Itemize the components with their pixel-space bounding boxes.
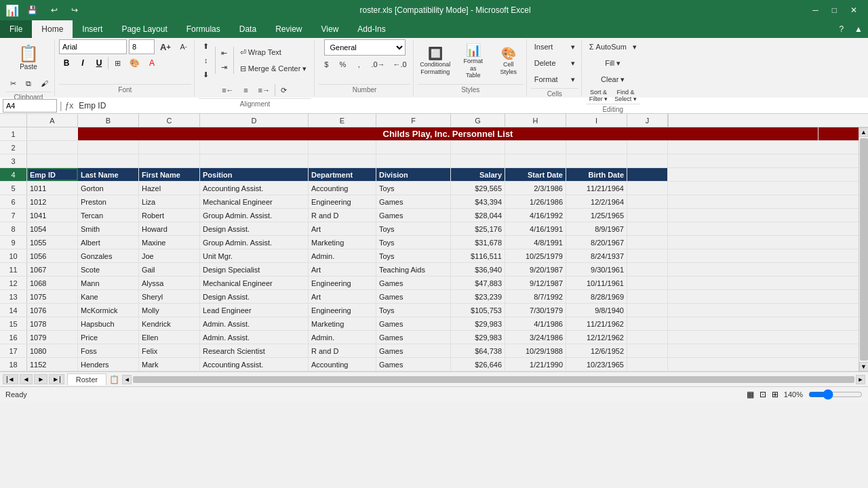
cell-j3[interactable]: [627, 155, 668, 167]
bold-button[interactable]: B: [59, 56, 74, 70]
cell-b3[interactable]: [78, 155, 139, 167]
cell-b13[interactable]: Kane: [78, 290, 139, 303]
cell-b6[interactable]: Preston: [78, 195, 139, 208]
cell-d11[interactable]: Design Specialist: [200, 263, 309, 276]
cell-f11[interactable]: Teaching Aids: [376, 263, 451, 276]
cell-b10[interactable]: Gonzales: [78, 249, 139, 262]
cell-f5[interactable]: Toys: [376, 182, 451, 195]
cell-e5[interactable]: Accounting: [309, 182, 376, 195]
normal-view-button[interactable]: ▦: [747, 390, 754, 399]
cell-g2[interactable]: [451, 141, 505, 154]
col-header-g[interactable]: G: [451, 114, 505, 127]
insert-cells-button[interactable]: Insert▾: [531, 39, 578, 54]
format-as-table-button[interactable]: 📊 Format asTable: [456, 42, 491, 80]
sheet-tab-roster[interactable]: Roster: [67, 373, 106, 385]
cell-c17[interactable]: Felix: [139, 344, 200, 357]
cell-i17[interactable]: 12/6/1952: [566, 344, 627, 357]
align-bottom-button[interactable]: ⬇: [199, 68, 214, 81]
cell-f7[interactable]: Games: [376, 209, 451, 222]
cell-h12[interactable]: 9/12/1987: [505, 277, 566, 289]
cell-c11[interactable]: Gail: [139, 263, 200, 276]
cell-c9[interactable]: Maxine: [139, 236, 200, 249]
cell-f9[interactable]: Toys: [376, 236, 451, 249]
close-button[interactable]: ✕: [845, 4, 863, 16]
cell-f14[interactable]: Toys: [376, 304, 451, 317]
paste-button[interactable]: 📋 Paste: [15, 39, 42, 75]
orientation-button[interactable]: ⟳: [277, 83, 292, 97]
font-color-button[interactable]: A: [144, 56, 159, 70]
col-header-f[interactable]: F: [376, 114, 451, 127]
cell-c4[interactable]: First Name: [139, 168, 200, 181]
cell-h11[interactable]: 9/20/1987: [505, 263, 566, 276]
tab-page-layout[interactable]: Page Layout: [112, 20, 176, 38]
redo-button[interactable]: ↪: [66, 4, 83, 16]
cell-h7[interactable]: 4/16/1992: [505, 209, 566, 222]
tab-data[interactable]: Data: [230, 20, 266, 38]
font-name-input[interactable]: [59, 39, 127, 54]
percent-button[interactable]: %: [335, 58, 350, 71]
cell-b12[interactable]: Mann: [78, 277, 139, 289]
cell-h6[interactable]: 1/26/1986: [505, 195, 566, 208]
cell-c7[interactable]: Robert: [139, 209, 200, 222]
cell-c12[interactable]: Alyssa: [139, 277, 200, 289]
cell-i2[interactable]: [566, 141, 627, 154]
cell-c10[interactable]: Joe: [139, 249, 200, 262]
cell-f16[interactable]: Games: [376, 331, 451, 344]
cell-i6[interactable]: 12/2/1964: [566, 195, 627, 208]
cell-a10[interactable]: 1056: [27, 249, 78, 262]
prev-sheet-button[interactable]: ◄: [20, 374, 33, 384]
cell-j4[interactable]: [627, 168, 668, 181]
cell-g3[interactable]: [451, 155, 505, 167]
cell-j15[interactable]: [627, 317, 668, 330]
col-header-h[interactable]: H: [505, 114, 566, 127]
cell-g6[interactable]: $43,394: [451, 195, 505, 208]
align-top-button[interactable]: ⬆: [199, 39, 214, 53]
cell-d9[interactable]: Group Admin. Assist.: [200, 236, 309, 249]
cell-c8[interactable]: Howard: [139, 222, 200, 235]
font-size-input[interactable]: [129, 39, 155, 54]
cell-g5[interactable]: $29,565: [451, 182, 505, 195]
col-header-d[interactable]: D: [200, 114, 309, 127]
cell-a5[interactable]: 1011: [27, 182, 78, 195]
cell-styles-button[interactable]: 🎨 CellStyles: [494, 42, 524, 80]
cell-i18[interactable]: 10/23/1965: [566, 358, 627, 371]
cell-d3[interactable]: [200, 155, 309, 167]
cell-c5[interactable]: Hazel: [139, 182, 200, 195]
cell-e13[interactable]: Art: [309, 290, 376, 303]
horizontal-scrollbar[interactable]: ◄ ►: [119, 375, 868, 384]
cell-b4[interactable]: Last Name: [78, 168, 139, 181]
cell-b14[interactable]: McKormick: [78, 304, 139, 317]
cell-g4[interactable]: Salary: [451, 168, 505, 181]
cell-e18[interactable]: Accounting: [309, 358, 376, 371]
cell-c15[interactable]: Kendrick: [139, 317, 200, 330]
cell-b5[interactable]: Gorton: [78, 182, 139, 195]
cell-a7[interactable]: 1041: [27, 209, 78, 222]
cell-g12[interactable]: $47,883: [451, 277, 505, 289]
comma-button[interactable]: ,: [351, 58, 366, 71]
scroll-right-button[interactable]: ►: [856, 375, 865, 384]
cell-a9[interactable]: 1055: [27, 236, 78, 249]
cell-i9[interactable]: 8/20/1967: [566, 236, 627, 249]
cell-a12[interactable]: 1068: [27, 277, 78, 289]
cell-b16[interactable]: Price: [78, 331, 139, 344]
cell-g13[interactable]: $23,239: [451, 290, 505, 303]
cell-d16[interactable]: Admin. Assist.: [200, 331, 309, 344]
merge-dropdown-icon[interactable]: ▾: [302, 64, 307, 73]
cell-i8[interactable]: 8/9/1967: [566, 222, 627, 235]
save-button[interactable]: 💾: [22, 4, 43, 16]
cell-i4[interactable]: Birth Date: [566, 168, 627, 181]
currency-button[interactable]: $: [319, 58, 334, 71]
cell-g16[interactable]: $29,983: [451, 331, 505, 344]
cell-e17[interactable]: R and D: [309, 344, 376, 357]
cell-e11[interactable]: Art: [309, 263, 376, 276]
cell-h8[interactable]: 4/16/1991: [505, 222, 566, 235]
cell-j2[interactable]: [627, 141, 668, 154]
scroll-left-button[interactable]: ◄: [122, 375, 132, 384]
cell-d17[interactable]: Research Scientist: [200, 344, 309, 357]
cell-d14[interactable]: Lead Engineer: [200, 304, 309, 317]
first-sheet-button[interactable]: |◄: [3, 374, 18, 384]
undo-button[interactable]: ↩: [45, 4, 63, 16]
cell-j9[interactable]: [627, 236, 668, 249]
cell-e10[interactable]: Admin.: [309, 249, 376, 262]
col-header-a[interactable]: A: [27, 114, 78, 127]
